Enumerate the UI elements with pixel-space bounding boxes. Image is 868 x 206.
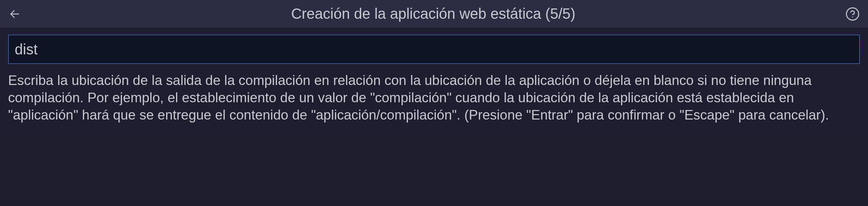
description-text: Escriba la ubicación de la salida de la … [8,72,860,124]
back-button[interactable] [7,7,22,21]
help-button[interactable] [844,6,861,22]
input-wrapper [8,35,860,64]
help-circle-icon [845,7,860,21]
arrow-left-icon [9,8,21,20]
content-area: Escriba la ubicación de la salida de la … [0,28,868,132]
svg-point-1 [846,8,858,20]
page-title: Creación de la aplicación web estática (… [22,6,844,22]
build-output-location-input[interactable] [8,35,860,64]
header-bar: Creación de la aplicación web estática (… [0,0,868,28]
